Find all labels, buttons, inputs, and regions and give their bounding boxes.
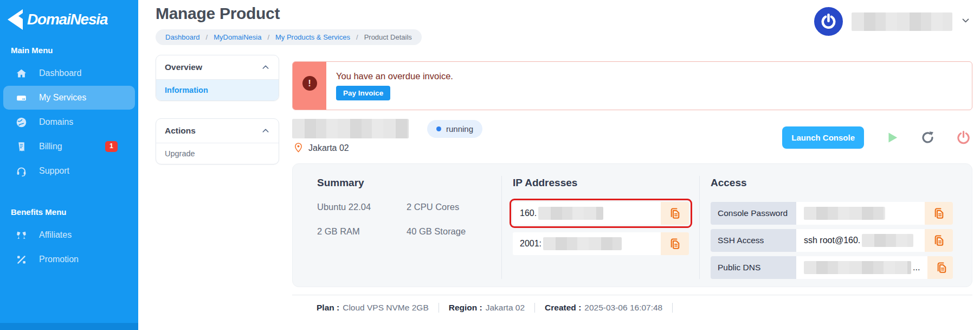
- receipt-icon: [15, 141, 27, 153]
- actions-panel-header[interactable]: Actions: [156, 119, 279, 143]
- billing-badge: 1: [105, 141, 118, 152]
- power-icon[interactable]: [956, 130, 971, 145]
- console-password-redacted: [804, 207, 885, 220]
- console-password-label: Console Password: [711, 202, 796, 225]
- benefits-menu-list: Affiliates Promotion: [0, 223, 138, 271]
- breadcrumb-my-products-services[interactable]: My Products & Services: [275, 33, 350, 41]
- summary-grid: Ubuntu 22.04 2 CPU Cores 2 GB RAM 40 GB …: [317, 202, 501, 237]
- right-column: ! You have an overdue invoice. Pay Invoi…: [292, 55, 972, 313]
- public-dns-redacted: [804, 261, 911, 274]
- overdue-invoice-alert: ! You have an overdue invoice. Pay Invoi…: [292, 61, 972, 110]
- ip-addresses-title: IP Addresses: [513, 177, 699, 189]
- public-dns-value: ...: [796, 256, 927, 279]
- overview-panel-header[interactable]: Overview: [156, 55, 279, 80]
- ssh-access-row: SSH Access ssh root@160.: [711, 229, 953, 252]
- sidebar-item-support[interactable]: Support: [3, 159, 135, 183]
- summary-title: Summary: [317, 177, 501, 189]
- power-logo-icon: [820, 13, 837, 30]
- ssh-access-value: ssh root@160.: [796, 229, 925, 252]
- sidebar-item-affiliates[interactable]: Affiliates: [3, 223, 135, 247]
- sidebar-item-label: My Services: [39, 93, 86, 103]
- home-icon: [15, 67, 27, 79]
- sidebar-item-label: Affiliates: [39, 230, 72, 240]
- status-label: running: [446, 124, 473, 134]
- copy-icon: [668, 206, 682, 220]
- play-icon[interactable]: [884, 130, 900, 145]
- summary-section: Summary Ubuntu 22.04 2 CPU Cores 2 GB RA…: [293, 176, 501, 279]
- server-icon: [15, 92, 27, 104]
- console-password-value: [796, 202, 925, 225]
- actions-panel-title: Actions: [165, 126, 196, 136]
- copy-ssh-button[interactable]: [925, 229, 953, 252]
- exclamation-circle-icon: !: [302, 76, 317, 91]
- ipv6-value: 2001:: [513, 232, 661, 255]
- server-location-label: Jakarta 02: [308, 143, 349, 153]
- percent-icon: [15, 253, 27, 265]
- left-column: Overview Information Actions Upgrade: [156, 55, 279, 313]
- panel-item-upgrade[interactable]: Upgrade: [156, 143, 279, 164]
- launch-console-button[interactable]: Launch Console: [782, 126, 864, 149]
- copy-icon: [668, 237, 682, 251]
- breadcrumb-separator: /: [206, 33, 208, 41]
- access-section: Access Console Password SSH Access: [699, 176, 972, 279]
- copy-ipv6-button[interactable]: [661, 232, 689, 255]
- created-segment: Created : 2025-03-06 16:07:48: [545, 303, 673, 313]
- region-value: Jakarta 02: [486, 303, 525, 313]
- domainesia-logo[interactable]: DomaiNesia: [0, 0, 138, 30]
- product-meta-footer: Plan : Cloud VPS NVMe 2GB Region : Jakar…: [292, 295, 972, 313]
- server-location: Jakarta 02: [292, 142, 482, 154]
- plan-value: Cloud VPS NVMe 2GB: [343, 303, 429, 313]
- copy-ipv4-button[interactable]: [661, 202, 689, 225]
- sidebar-item-domains[interactable]: Domains: [3, 110, 135, 134]
- pay-invoice-button[interactable]: Pay Invoice: [336, 86, 390, 100]
- refresh-icon[interactable]: [920, 130, 936, 145]
- sidebar-item-label: Support: [39, 166, 69, 176]
- breadcrumb-separator: /: [356, 33, 358, 41]
- sidebar-item-label: Domains: [39, 117, 73, 127]
- status-badge: running: [427, 120, 482, 138]
- public-dns-ellipsis: ...: [913, 263, 920, 272]
- server-name-redacted: [292, 119, 409, 138]
- summary-ram: 2 GB RAM: [317, 226, 407, 237]
- headset-icon: [15, 165, 27, 177]
- copy-console-password-button[interactable]: [925, 202, 953, 225]
- user-menu[interactable]: [814, 7, 970, 36]
- console-password-row: Console Password: [711, 202, 953, 225]
- server-actions: Launch Console: [782, 119, 972, 154]
- server-name-row: running: [292, 119, 482, 138]
- summary-os: Ubuntu 22.04: [317, 202, 407, 212]
- sidebar-item-promotion[interactable]: Promotion: [3, 248, 135, 271]
- sidebar-item-dashboard[interactable]: Dashboard: [3, 61, 135, 85]
- sidebar-item-label: Billing: [39, 142, 62, 151]
- sidebar-item-billing[interactable]: Billing 1: [3, 135, 135, 158]
- alert-body: You have an overdue invoice. Pay Invoice: [326, 62, 453, 110]
- ipv6-row: 2001:: [513, 232, 689, 255]
- breadcrumb-mydomainesia[interactable]: MyDomaiNesia: [214, 33, 261, 41]
- region-label: Region :: [449, 303, 482, 313]
- chevron-up-icon: [261, 63, 270, 72]
- access-title: Access: [711, 177, 972, 189]
- sidebar-item-my-services[interactable]: My Services: [3, 86, 135, 110]
- overview-panel-title: Overview: [165, 62, 202, 72]
- overview-panel: Overview Information: [156, 55, 279, 101]
- plan-label: Plan :: [317, 303, 339, 313]
- breadcrumb-dashboard[interactable]: Dashboard: [165, 33, 200, 41]
- summary-cpu: 2 CPU Cores: [407, 202, 501, 212]
- ip-addresses-section: IP Addresses 160.: [501, 176, 699, 279]
- panel-item-information[interactable]: Information: [156, 80, 279, 100]
- sidebar-item-label: Dashboard: [39, 68, 81, 78]
- main-menu-header: Main Menu: [0, 30, 138, 61]
- main-content: Manage Product Dashboard / MyDomaiNesia …: [138, 0, 980, 330]
- ssh-access-label: SSH Access: [711, 229, 796, 252]
- alert-message: You have an overdue invoice.: [336, 71, 453, 81]
- alert-icon-block: !: [293, 62, 326, 110]
- region-segment: Region : Jakarta 02: [449, 303, 535, 313]
- avatar: [814, 7, 843, 36]
- app-root: DomaiNesia Main Menu Dashboard My Servic…: [0, 0, 980, 330]
- copy-public-dns-button[interactable]: [927, 256, 953, 279]
- username-redacted: [852, 12, 952, 31]
- ipv4-row: 160.: [513, 202, 689, 225]
- server-identity: running Jakarta 02: [292, 119, 482, 154]
- chevron-up-icon: [261, 126, 270, 135]
- breadcrumb: Dashboard / MyDomaiNesia / My Products &…: [156, 29, 422, 45]
